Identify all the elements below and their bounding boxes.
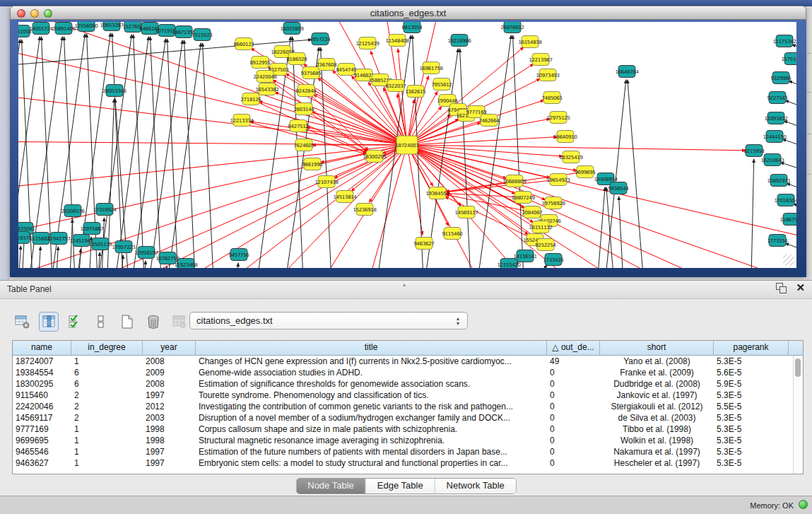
network-window[interactable]: citations_edges.txt 18724007193845548660… <box>10 6 806 277</box>
graph-node-label: 9938544 <box>608 186 629 192</box>
table-cell: Nakamura et al. (1997) <box>600 446 714 457</box>
graph-node-label: 9435081 <box>18 226 35 232</box>
table-cell: 0 <box>547 446 600 457</box>
minimize-window-button[interactable] <box>30 9 39 18</box>
column-header-out_de[interactable]: △ out_de... <box>547 341 600 355</box>
graph-node-label: 14136141 <box>513 254 536 259</box>
table-cell: Yano et al. (2008) <box>600 356 714 367</box>
table-cell: Dudbridge et al. (2008) <box>600 378 714 390</box>
table-cell: 1998 <box>143 424 196 435</box>
graph-node-label: 12093832 <box>764 116 787 122</box>
graph-node-label: 16154838 <box>518 40 541 45</box>
tab-edge-table[interactable]: Edge Table <box>366 479 435 493</box>
table-cell: 2 <box>71 412 143 424</box>
graph-node-label: 12975125 <box>546 115 570 121</box>
graph-node-label: 16648784 <box>615 69 639 75</box>
graph-node-label: 19654923 <box>546 177 570 183</box>
table-selector-value: citations_edges.txt <box>190 315 452 326</box>
network-window-frame: 1872400719384554866012389129551822605893… <box>10 20 806 277</box>
table-cell: 14569117 <box>13 412 71 424</box>
table-row[interactable]: 911546021997Tourette syndrome. Phenomeno… <box>13 390 803 401</box>
graph-node-label: 12155420 <box>497 262 520 268</box>
tab-node-table[interactable]: Node Table <box>296 479 366 493</box>
graph-edge <box>780 163 796 175</box>
delete-column-button[interactable] <box>143 312 163 332</box>
graph-edge <box>407 145 423 235</box>
table-cell: Genome-wide association studies in ADHD. <box>196 367 547 378</box>
table-row[interactable]: 946362711997Embryonic stem cells: a mode… <box>13 457 803 469</box>
table-row[interactable]: 946554611997Estimation of the future num… <box>13 446 803 457</box>
graph-edge <box>184 40 196 268</box>
graph-node-label: 9242844 <box>295 88 317 94</box>
table-row[interactable]: 977716911998Corpus callosum shape and si… <box>13 424 803 435</box>
zoom-window-button[interactable] <box>44 9 52 18</box>
graph-node-label: 2803144 <box>293 107 314 112</box>
graph-node-label: 10958197 <box>134 250 158 256</box>
column-header-pagerank[interactable]: pagerank <box>714 341 789 355</box>
graph-edge <box>473 35 511 268</box>
graph-edge <box>18 22 407 145</box>
float-panel-icon[interactable] <box>776 283 786 293</box>
graph-edge <box>111 37 148 268</box>
table-cell: Estimation of significance thresholds fo… <box>196 378 547 390</box>
graph-node-label: 18807249 <box>511 195 534 201</box>
panel-drag-handle[interactable]: ▴ <box>403 281 406 288</box>
resize-grip[interactable] <box>783 255 794 266</box>
tab-network-table[interactable]: Network Table <box>435 479 516 493</box>
table-selector[interactable]: citations_edges.txt ▲▼ <box>189 312 468 329</box>
graph-node-label: 11923468 <box>174 262 197 268</box>
graph-node-label: 2718126 <box>240 97 261 103</box>
table-cell: 1997 <box>143 446 196 457</box>
column-header-short[interactable]: short <box>600 341 714 355</box>
create-column-button[interactable] <box>117 312 137 332</box>
network-window-titlebar[interactable]: citations_edges.txt <box>10 6 806 20</box>
select-columns-button[interactable] <box>65 312 85 332</box>
memory-status-indicator[interactable] <box>799 500 808 509</box>
deselect-columns-button[interactable] <box>91 312 111 332</box>
table-cell: Wolkin et al. (1998) <box>600 435 714 446</box>
graph-edge <box>119 255 123 268</box>
table-gear-icon <box>15 314 30 329</box>
vertical-scrollbar[interactable] <box>793 356 803 474</box>
table-cell: 5.6E-5 <box>714 367 789 378</box>
table-row[interactable]: 1872400712008Changes of HCN gene express… <box>13 356 803 367</box>
graph-node-label: 22420046 <box>253 74 277 80</box>
graph-node-label: 16961758 <box>419 66 442 71</box>
table-row[interactable]: 969969511998Structural magnetic resonanc… <box>13 435 803 446</box>
table-row[interactable]: 2242004622012Investigating the contribut… <box>13 401 803 412</box>
table-cell: 9465546 <box>13 446 71 457</box>
trash-icon <box>146 314 161 329</box>
column-header-in_degree[interactable]: in_degree <box>71 341 143 355</box>
graph-node-label: 8813054 <box>401 25 423 30</box>
table-row[interactable]: 1456911722003Disruption of a novel membe… <box>13 412 803 424</box>
table-cell: 5.3E-5 <box>714 390 789 401</box>
table-cell: 1 <box>71 457 143 469</box>
graph-node-label: 10975867 <box>80 226 103 232</box>
table-panel-titlebar[interactable]: ▴ Table Panel ✕ <box>0 281 812 299</box>
close-window-button[interactable] <box>17 9 25 18</box>
graph-node-label: 9375685 <box>300 71 321 76</box>
table-mode-button[interactable] <box>13 312 33 332</box>
graph-edge <box>151 37 163 268</box>
table-row[interactable]: 1830029562008Estimation of significance … <box>13 378 803 390</box>
scrollbar-thumb[interactable] <box>795 358 801 377</box>
graph-node-label: 9329966 <box>770 76 792 81</box>
graph-node-label: 16543382 <box>255 87 278 93</box>
column-header-name[interactable]: name <box>13 341 71 355</box>
column-header-year[interactable]: year <box>143 341 196 355</box>
graph-edge <box>321 47 333 268</box>
table-cell: 0 <box>547 424 600 435</box>
close-panel-icon[interactable]: ✕ <box>796 283 805 293</box>
graph-node-label: 18325419 <box>559 155 582 160</box>
network-graph[interactable]: 1872400719384554866012389129551822605893… <box>18 22 796 268</box>
table-cell: 1998 <box>143 435 196 446</box>
table-cell: 5.3E-5 <box>714 356 789 367</box>
empty-checkboxes-icon <box>93 314 109 329</box>
graph-node-label: 20891406 <box>52 26 76 32</box>
import-table-button[interactable] <box>170 312 189 332</box>
network-canvas[interactable]: 1872400719384554866012389129551822605893… <box>18 22 796 268</box>
column-header-title[interactable]: title <box>196 341 547 355</box>
table-row[interactable]: 1938455462009Genome-wide association stu… <box>13 367 803 378</box>
graph-node-label: 1733426 <box>543 257 564 263</box>
show-columns-button[interactable] <box>39 312 59 332</box>
